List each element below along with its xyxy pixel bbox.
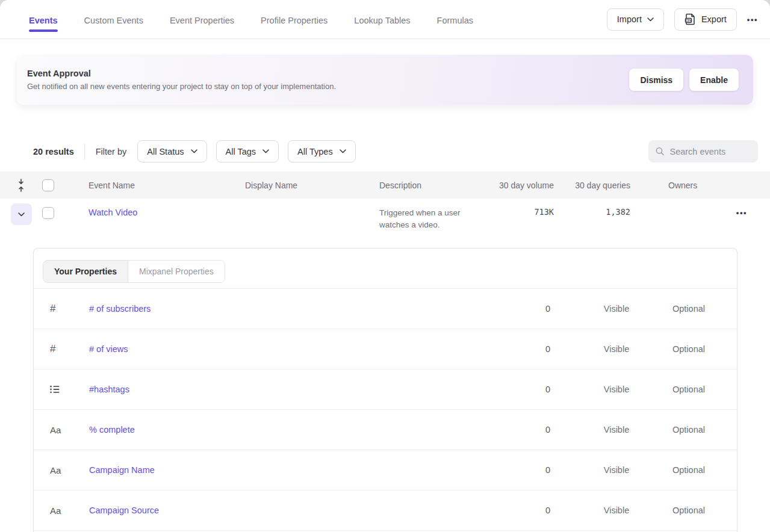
queries-cell: 1,382 <box>554 199 630 217</box>
tab-event-properties[interactable]: Event Properties <box>170 2 234 37</box>
property-row: #hashtags 0 Visible Optional <box>34 370 737 410</box>
collapse-all-icon[interactable] <box>17 179 25 192</box>
divider <box>84 144 85 159</box>
banner-text: Event Approval Get notified on all new e… <box>27 69 629 91</box>
tab-profile-properties[interactable]: Profile Properties <box>261 2 328 37</box>
filter-by-label: Filter by <box>96 147 127 156</box>
property-value: 0 <box>484 385 550 394</box>
list-type-icon <box>34 385 60 394</box>
property-name-link[interactable]: % complete <box>89 425 484 435</box>
nav-tabs: Events Custom Events Event Properties Pr… <box>29 2 607 37</box>
text-type-icon: Aa <box>34 465 61 475</box>
top-nav: Events Custom Events Event Properties Pr… <box>0 0 770 39</box>
column-header-owners: Owners <box>630 181 716 190</box>
column-header-description: Description <box>379 181 494 190</box>
search-box <box>648 140 758 162</box>
types-filter-dropdown[interactable]: All Types <box>288 140 356 162</box>
owners-cell <box>630 199 716 207</box>
filter-row: 20 results Filter by All Status All Tags… <box>0 140 770 162</box>
property-row: Aa % complete 0 Visible Optional <box>34 410 737 450</box>
property-visibility: Visible <box>580 465 653 475</box>
banner-title: Event Approval <box>27 69 629 78</box>
property-requirement: Optional <box>653 344 725 354</box>
search-input[interactable] <box>669 147 751 156</box>
text-type-icon: Aa <box>34 506 61 516</box>
property-name-link[interactable]: # of subscribers <box>89 304 484 314</box>
property-name-link[interactable]: # of views <box>89 344 484 354</box>
dismiss-button[interactable]: Dismiss <box>629 69 683 91</box>
property-value: 0 <box>484 506 550 515</box>
property-visibility: Visible <box>580 385 653 394</box>
types-filter-label: All Types <box>297 147 333 156</box>
export-button[interactable]: CSV Export <box>674 8 737 31</box>
tab-custom-events[interactable]: Custom Events <box>84 2 143 37</box>
property-value: 0 <box>484 425 550 435</box>
property-requirement: Optional <box>653 385 725 394</box>
tab-your-properties[interactable]: Your Properties <box>43 261 128 282</box>
property-row: Aa Campaign Source 0 Visible Optional <box>34 490 737 531</box>
properties-tabbar: Your Properties Mixpanel Properties <box>34 249 737 289</box>
import-button[interactable]: Import <box>607 8 664 31</box>
property-value: 0 <box>484 465 550 475</box>
chevron-down-icon <box>191 149 197 153</box>
row-checkbox[interactable] <box>42 207 54 219</box>
nav-actions: Import CSV Export ••• <box>607 8 758 31</box>
chevron-down-icon <box>647 17 654 22</box>
property-requirement: Optional <box>653 506 725 515</box>
status-filter-label: All Status <box>147 147 184 156</box>
select-all-checkbox[interactable] <box>42 179 54 191</box>
property-visibility: Visible <box>580 344 653 354</box>
lexicon-events-page: Events Custom Events Event Properties Pr… <box>0 0 770 532</box>
chevron-down-icon <box>262 149 269 153</box>
property-value: 0 <box>484 304 550 314</box>
csv-file-icon: CSV <box>685 13 696 25</box>
search-icon <box>656 146 664 156</box>
status-filter-dropdown[interactable]: All Status <box>137 140 206 162</box>
row-expander-button[interactable] <box>11 203 32 225</box>
property-requirement: Optional <box>653 465 725 475</box>
volume-cell: 713K <box>494 199 554 217</box>
number-type-icon: # <box>34 303 55 315</box>
column-header-volume: 30 day volume <box>494 181 554 190</box>
tab-events[interactable]: Events <box>29 2 58 37</box>
property-name-link[interactable]: Campaign Source <box>89 506 484 515</box>
display-name-cell <box>245 199 379 207</box>
column-header-queries: 30 day queries <box>554 181 630 190</box>
svg-text:CSV: CSV <box>686 19 692 22</box>
column-header-display-name: Display Name <box>245 181 379 190</box>
property-requirement: Optional <box>653 304 725 314</box>
property-row: # # of views 0 Visible Optional <box>34 329 737 370</box>
tab-formulas[interactable]: Formulas <box>437 2 473 37</box>
property-row: # # of subscribers 0 Visible Optional <box>34 289 737 329</box>
tab-mixpanel-properties[interactable]: Mixpanel Properties <box>128 261 225 282</box>
property-row: Aa Campaign Name 0 Visible Optional <box>34 450 737 490</box>
export-button-label: Export <box>701 14 727 24</box>
import-button-label: Import <box>617 14 642 24</box>
property-name-link[interactable]: Campaign Name <box>89 465 484 475</box>
property-visibility: Visible <box>580 506 653 515</box>
table-header: Event Name Display Name Description 30 d… <box>0 172 770 199</box>
tab-lookup-tables[interactable]: Lookup Tables <box>354 2 410 37</box>
properties-panel: Your Properties Mixpanel Properties # # … <box>33 248 737 532</box>
banner-wrap: Event Approval Get notified on all new e… <box>0 39 770 105</box>
property-name-link[interactable]: #hashtags <box>89 385 484 394</box>
banner-subtitle: Get notified on all new events entering … <box>27 82 629 91</box>
number-type-icon: # <box>34 343 55 355</box>
results-count: 20 results <box>33 147 74 156</box>
more-menu-icon[interactable]: ••• <box>747 15 758 24</box>
text-type-icon: Aa <box>34 425 61 435</box>
table-row: Watch Video Triggered when a user watche… <box>0 199 770 240</box>
property-value: 0 <box>484 344 550 354</box>
property-visibility: Visible <box>580 304 653 314</box>
row-more-menu-icon[interactable]: ••• <box>736 208 747 217</box>
property-requirement: Optional <box>653 425 725 435</box>
event-name-link[interactable]: Watch Video <box>88 208 137 217</box>
tags-filter-dropdown[interactable]: All Tags <box>216 140 279 162</box>
column-header-event-name: Event Name <box>88 181 245 190</box>
banner-actions: Dismiss Enable <box>629 69 739 91</box>
chevron-down-icon <box>18 212 25 217</box>
enable-button[interactable]: Enable <box>689 69 739 91</box>
filter-dropdowns: All Status All Tags All Types <box>137 140 355 162</box>
description-cell: Triggered when a user watches a video. <box>379 199 482 231</box>
tags-filter-label: All Tags <box>226 147 256 156</box>
